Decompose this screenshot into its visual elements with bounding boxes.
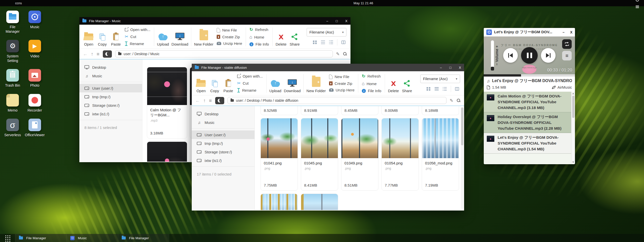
- menu-icon[interactable]: [636, 6, 639, 8]
- file-card-01045[interactable]: 01045.png .png 8.41MB: [301, 118, 338, 191]
- open-with-button[interactable]: Open with...: [237, 74, 263, 78]
- dark-mode-button[interactable]: [215, 97, 224, 104]
- refresh-button[interactable]: ↻Refresh: [249, 27, 269, 32]
- desktop-icon-officeviewer[interactable]: OfficeViewer: [26, 119, 44, 137]
- open-with-button[interactable]: Open with...: [125, 27, 150, 32]
- up-button[interactable]: ↑: [203, 98, 206, 103]
- desktop-icon-memo[interactable]: Memo: [4, 94, 22, 113]
- refresh-button[interactable]: ↻Refresh: [362, 74, 381, 79]
- sidebar-item-desktop[interactable]: Desktop: [192, 110, 254, 118]
- desktop-icon-trash-bin[interactable]: Trash Bin: [4, 69, 22, 88]
- sidebar-item-music[interactable]: ♫Music: [192, 118, 254, 127]
- file-card-partial[interactable]: 8.00MB: [381, 106, 419, 115]
- taskbar-item-file-manager-2[interactable]: File Manager: [118, 234, 169, 242]
- file-card-partial[interactable]: 8.45MB: [341, 106, 378, 115]
- up-button[interactable]: ↑: [91, 52, 93, 56]
- minimize-button[interactable]: –: [563, 30, 565, 34]
- sidebar-item-ixtw-drive[interactable]: ixtw (is1:/): [192, 156, 254, 165]
- file-card-partial[interactable]: 8.52MB: [261, 106, 298, 115]
- sort-dropdown[interactable]: Filename (Asc)▾: [307, 28, 346, 37]
- playlist-scrollbar[interactable]: ∧ ∨: [571, 92, 575, 164]
- delete-button[interactable]: XDelete: [274, 27, 288, 47]
- power-icon[interactable]: [636, 0, 639, 2]
- file-card-partial[interactable]: [147, 142, 187, 162]
- new-folder-button[interactable]: New Folder: [305, 74, 327, 93]
- sidebar-item-storage-drive[interactable]: Storage (store:/): [79, 101, 142, 110]
- file-card-01058-mod[interactable]: 01058_mod.png .png 7.19MB: [422, 118, 459, 191]
- minimize-button[interactable]: –: [440, 66, 442, 70]
- sidebar-item-storage-drive[interactable]: Storage (store:/): [192, 148, 254, 156]
- cut-button[interactable]: ✂Cut: [237, 81, 263, 86]
- desktop-icon-serverless[interactable]: σ Serverless: [4, 119, 22, 137]
- file-card-partial[interactable]: 8.91MB: [301, 106, 338, 115]
- download-button[interactable]: ↓Download: [283, 74, 302, 93]
- path-input[interactable]: user: / Desktop / Photo / stable diffusi…: [228, 97, 446, 104]
- dark-mode-button[interactable]: [103, 50, 112, 58]
- titlebar[interactable]: File Manager - Music – □ X: [79, 17, 350, 25]
- titlebar[interactable]: File Manager - stable diffusion – □ X: [192, 64, 464, 71]
- new-folder-button[interactable]: New Folder: [193, 27, 215, 47]
- unzip-here-button[interactable]: Unzip Here: [329, 88, 355, 92]
- list-view-button[interactable]: [435, 87, 439, 91]
- desktop-icon-system-setting[interactable]: ⚙ System Setting: [4, 40, 22, 63]
- file-info-button[interactable]: iFile Info: [362, 89, 381, 93]
- volume-slider-thumb[interactable]: [491, 67, 494, 71]
- sidebar-item-desktop[interactable]: Desktop: [79, 63, 142, 72]
- sidebar-item-music[interactable]: ♫Music: [79, 72, 142, 80]
- rename-button[interactable]: Rename: [237, 88, 263, 92]
- upload-button[interactable]: ↑Upload: [268, 74, 283, 93]
- create-zip-button[interactable]: Create Zip: [217, 35, 242, 39]
- scroll-down-icon[interactable]: ∨: [572, 160, 574, 163]
- search-icon[interactable]: [343, 52, 347, 56]
- new-file-button[interactable]: New File: [217, 28, 242, 32]
- unzip-here-button[interactable]: Unzip Here: [217, 41, 242, 46]
- file-card-01054[interactable]: 01054.png .png 7.77MB: [381, 118, 419, 191]
- file-info-button[interactable]: iFile Info: [249, 42, 269, 46]
- file-card-01041[interactable]: 01041.png .png 7.75MB: [261, 118, 298, 191]
- close-button[interactable]: X: [345, 19, 347, 23]
- rename-button[interactable]: Rename: [125, 42, 150, 46]
- copy-button[interactable]: Copy: [95, 27, 109, 47]
- app-launcher-button[interactable]: [5, 234, 11, 241]
- desktop-icon-recorder[interactable]: Recorder: [26, 94, 44, 113]
- desktop-icon-music[interactable]: ♪ Music: [26, 11, 44, 34]
- scroll-up-icon[interactable]: ∧: [572, 92, 574, 95]
- file-card-calm-motion[interactable]: Calm Motion @ フリーBGM... .mp3 3.18MB: [147, 67, 187, 139]
- list-view-button[interactable]: [321, 41, 325, 44]
- scrollbar-thumb[interactable]: [572, 96, 574, 118]
- paste-button[interactable]: Paste: [221, 74, 235, 93]
- file-card-partial[interactable]: 8.18MB: [422, 106, 459, 115]
- paste-button[interactable]: Paste: [109, 27, 123, 47]
- desktop-icon-video[interactable]: ▶ Video: [26, 40, 44, 63]
- taskbar-item-music[interactable]: Music: [67, 234, 118, 242]
- grid-view-button[interactable]: [427, 87, 431, 91]
- maximize-button[interactable]: □: [449, 66, 451, 70]
- progress-bar[interactable]: [484, 74, 575, 77]
- cut-button[interactable]: ✂Cut: [125, 34, 150, 39]
- search-icon[interactable]: [457, 98, 461, 102]
- repeat-button[interactable]: [562, 39, 572, 49]
- sidebar-item-user-drive[interactable]: User (user:/): [192, 130, 254, 139]
- share-button[interactable]: Share: [400, 74, 414, 93]
- edit-path-icon[interactable]: ✎: [450, 98, 453, 103]
- sidebar-item-tmp-drive[interactable]: tmp (tmp:/): [192, 139, 254, 148]
- volume-slider[interactable]: [491, 40, 494, 71]
- sort-dropdown[interactable]: Filename (Asc)▾: [420, 75, 460, 83]
- copy-button[interactable]: Copy: [208, 74, 221, 93]
- file-card-partial[interactable]: [301, 194, 338, 210]
- menu-button[interactable]: ≡: [209, 98, 212, 103]
- player-titlebar[interactable]: Let's Enjoy @ フリーBGM DOV... – X: [484, 28, 575, 37]
- detail-view-button[interactable]: [329, 41, 333, 44]
- open-button[interactable]: Open: [194, 74, 208, 93]
- close-button[interactable]: X: [570, 30, 572, 34]
- taskbar-item-file-manager-1[interactable]: File Manager: [15, 234, 67, 242]
- sidebar-item-ixtw-drive[interactable]: ixtw (is1:/): [79, 110, 142, 118]
- column-view-button[interactable]: [341, 41, 345, 44]
- back-button[interactable]: ←: [83, 52, 88, 56]
- pause-button[interactable]: [521, 47, 538, 64]
- playlist-item[interactable]: Calm Motion @ フリーBGM DOVA-SYNDROME OFFIC…: [484, 92, 575, 112]
- close-button[interactable]: X: [459, 66, 461, 70]
- file-card-01049[interactable]: 01049.png .png 8.51MB: [341, 118, 378, 191]
- playlist-item-active[interactable]: Let's Enjoy @ フリーBGM DOVA-SYNDROME OFFIC…: [484, 133, 575, 154]
- open-button[interactable]: Open: [82, 27, 95, 47]
